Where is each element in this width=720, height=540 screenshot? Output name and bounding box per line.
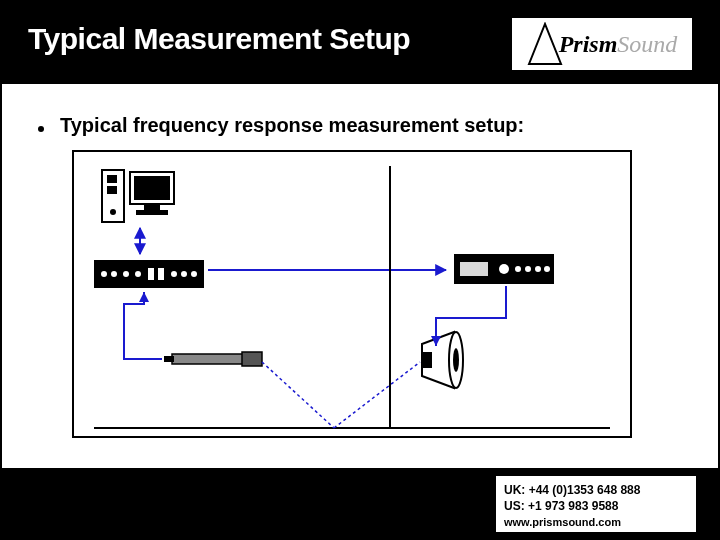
slide: Typical Measurement Setup PrismSound Typ… — [0, 0, 720, 540]
setup-diagram — [74, 152, 630, 436]
svg-rect-9 — [136, 210, 168, 215]
page-title: Typical Measurement Setup — [28, 22, 410, 56]
svg-rect-21 — [460, 262, 488, 276]
contact-box: UK: +44 (0)1353 648 888 US: +1 973 983 9… — [496, 476, 696, 532]
svg-rect-29 — [422, 352, 432, 368]
svg-point-12 — [111, 271, 117, 277]
svg-line-38 — [334, 362, 420, 428]
logo-sub: Sound — [617, 31, 677, 57]
reflection-path — [262, 362, 420, 428]
bullet-text: Typical frequency response measurement s… — [60, 114, 524, 137]
bullet-icon — [38, 126, 44, 132]
svg-rect-7 — [134, 176, 170, 200]
logo-text: PrismSound — [559, 31, 678, 58]
diagram-frame — [72, 150, 632, 438]
svg-rect-31 — [242, 352, 262, 366]
svg-point-14 — [135, 271, 141, 277]
svg-rect-4 — [107, 186, 117, 194]
svg-point-5 — [110, 209, 116, 215]
contact-us: US: +1 973 983 9588 — [504, 498, 688, 514]
svg-marker-36 — [139, 292, 149, 302]
microphone-icon — [164, 352, 262, 366]
amplifier-icon — [454, 254, 554, 284]
svg-point-28 — [453, 348, 459, 372]
svg-point-13 — [123, 271, 129, 277]
svg-point-11 — [101, 271, 107, 277]
analyzer-icon — [94, 260, 204, 288]
svg-point-19 — [191, 271, 197, 277]
svg-rect-8 — [144, 204, 160, 210]
contact-uk: UK: +44 (0)1353 648 888 — [504, 482, 688, 498]
title-wrap: Typical Measurement Setup — [14, 16, 424, 62]
svg-marker-0 — [529, 24, 561, 64]
svg-rect-32 — [164, 356, 174, 362]
svg-point-24 — [525, 266, 531, 272]
prism-icon — [527, 22, 563, 66]
bullet-row: Typical frequency response measurement s… — [38, 114, 524, 137]
svg-rect-3 — [107, 175, 117, 183]
svg-rect-15 — [148, 268, 154, 280]
svg-rect-30 — [172, 354, 244, 364]
svg-point-26 — [544, 266, 550, 272]
svg-point-23 — [515, 266, 521, 272]
svg-point-22 — [499, 264, 509, 274]
svg-line-37 — [262, 362, 334, 428]
svg-point-18 — [181, 271, 187, 277]
speaker-icon — [422, 332, 463, 388]
svg-point-25 — [535, 266, 541, 272]
computer-icon — [102, 170, 174, 222]
logo: PrismSound — [512, 18, 692, 70]
logo-main: Prism — [559, 31, 618, 57]
svg-point-17 — [171, 271, 177, 277]
svg-rect-16 — [158, 268, 164, 280]
contact-web: www.prismsound.com — [504, 516, 688, 528]
